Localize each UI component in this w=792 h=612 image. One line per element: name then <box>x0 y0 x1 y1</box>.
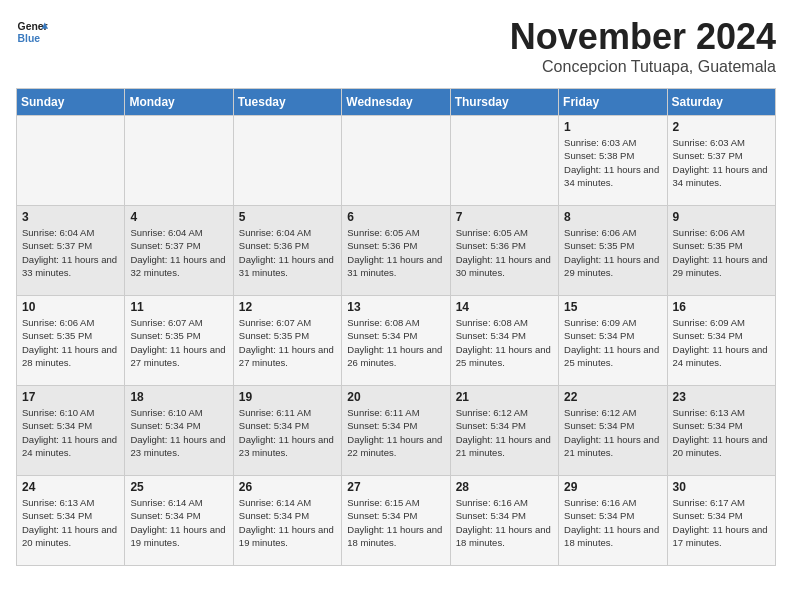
day-info: Sunrise: 6:10 AM Sunset: 5:34 PM Dayligh… <box>22 406 119 459</box>
weekday-header: SundayMondayTuesdayWednesdayThursdayFrid… <box>17 89 776 116</box>
weekday-header-cell: Sunday <box>17 89 125 116</box>
calendar-day-cell: 16Sunrise: 6:09 AM Sunset: 5:34 PM Dayli… <box>667 296 775 386</box>
day-number: 30 <box>673 480 770 494</box>
day-info: Sunrise: 6:13 AM Sunset: 5:34 PM Dayligh… <box>673 406 770 459</box>
location-title: Concepcion Tutuapa, Guatemala <box>510 58 776 76</box>
day-number: 29 <box>564 480 661 494</box>
day-number: 7 <box>456 210 553 224</box>
calendar-day-cell: 6Sunrise: 6:05 AM Sunset: 5:36 PM Daylig… <box>342 206 450 296</box>
day-info: Sunrise: 6:03 AM Sunset: 5:37 PM Dayligh… <box>673 136 770 189</box>
day-info: Sunrise: 6:07 AM Sunset: 5:35 PM Dayligh… <box>130 316 227 369</box>
weekday-header-cell: Saturday <box>667 89 775 116</box>
day-info: Sunrise: 6:08 AM Sunset: 5:34 PM Dayligh… <box>347 316 444 369</box>
calendar-day-cell: 14Sunrise: 6:08 AM Sunset: 5:34 PM Dayli… <box>450 296 558 386</box>
day-number: 28 <box>456 480 553 494</box>
day-info: Sunrise: 6:04 AM Sunset: 5:37 PM Dayligh… <box>22 226 119 279</box>
day-info: Sunrise: 6:09 AM Sunset: 5:34 PM Dayligh… <box>673 316 770 369</box>
day-number: 12 <box>239 300 336 314</box>
day-info: Sunrise: 6:16 AM Sunset: 5:34 PM Dayligh… <box>564 496 661 549</box>
calendar-day-cell: 3Sunrise: 6:04 AM Sunset: 5:37 PM Daylig… <box>17 206 125 296</box>
day-info: Sunrise: 6:13 AM Sunset: 5:34 PM Dayligh… <box>22 496 119 549</box>
weekday-header-cell: Tuesday <box>233 89 341 116</box>
calendar-body: 1Sunrise: 6:03 AM Sunset: 5:38 PM Daylig… <box>17 116 776 566</box>
calendar-day-cell: 2Sunrise: 6:03 AM Sunset: 5:37 PM Daylig… <box>667 116 775 206</box>
logo: General Blue <box>16 16 48 48</box>
calendar-day-cell <box>450 116 558 206</box>
calendar-day-cell: 19Sunrise: 6:11 AM Sunset: 5:34 PM Dayli… <box>233 386 341 476</box>
day-number: 24 <box>22 480 119 494</box>
calendar-day-cell: 7Sunrise: 6:05 AM Sunset: 5:36 PM Daylig… <box>450 206 558 296</box>
day-number: 8 <box>564 210 661 224</box>
calendar-week-row: 24Sunrise: 6:13 AM Sunset: 5:34 PM Dayli… <box>17 476 776 566</box>
day-info: Sunrise: 6:06 AM Sunset: 5:35 PM Dayligh… <box>22 316 119 369</box>
day-info: Sunrise: 6:04 AM Sunset: 5:37 PM Dayligh… <box>130 226 227 279</box>
calendar-day-cell: 25Sunrise: 6:14 AM Sunset: 5:34 PM Dayli… <box>125 476 233 566</box>
day-info: Sunrise: 6:05 AM Sunset: 5:36 PM Dayligh… <box>456 226 553 279</box>
day-number: 6 <box>347 210 444 224</box>
calendar-day-cell: 27Sunrise: 6:15 AM Sunset: 5:34 PM Dayli… <box>342 476 450 566</box>
day-number: 19 <box>239 390 336 404</box>
calendar-day-cell: 26Sunrise: 6:14 AM Sunset: 5:34 PM Dayli… <box>233 476 341 566</box>
day-info: Sunrise: 6:14 AM Sunset: 5:34 PM Dayligh… <box>130 496 227 549</box>
day-number: 27 <box>347 480 444 494</box>
day-number: 15 <box>564 300 661 314</box>
day-number: 17 <box>22 390 119 404</box>
header: General Blue November 2024 Concepcion Tu… <box>16 16 776 76</box>
calendar-week-row: 10Sunrise: 6:06 AM Sunset: 5:35 PM Dayli… <box>17 296 776 386</box>
day-info: Sunrise: 6:04 AM Sunset: 5:36 PM Dayligh… <box>239 226 336 279</box>
calendar-day-cell: 28Sunrise: 6:16 AM Sunset: 5:34 PM Dayli… <box>450 476 558 566</box>
day-number: 20 <box>347 390 444 404</box>
calendar-week-row: 1Sunrise: 6:03 AM Sunset: 5:38 PM Daylig… <box>17 116 776 206</box>
calendar-day-cell: 21Sunrise: 6:12 AM Sunset: 5:34 PM Dayli… <box>450 386 558 476</box>
day-info: Sunrise: 6:03 AM Sunset: 5:38 PM Dayligh… <box>564 136 661 189</box>
day-number: 9 <box>673 210 770 224</box>
calendar-day-cell: 1Sunrise: 6:03 AM Sunset: 5:38 PM Daylig… <box>559 116 667 206</box>
day-info: Sunrise: 6:06 AM Sunset: 5:35 PM Dayligh… <box>564 226 661 279</box>
day-info: Sunrise: 6:08 AM Sunset: 5:34 PM Dayligh… <box>456 316 553 369</box>
day-number: 21 <box>456 390 553 404</box>
calendar-day-cell <box>233 116 341 206</box>
calendar-day-cell: 18Sunrise: 6:10 AM Sunset: 5:34 PM Dayli… <box>125 386 233 476</box>
calendar-week-row: 3Sunrise: 6:04 AM Sunset: 5:37 PM Daylig… <box>17 206 776 296</box>
day-info: Sunrise: 6:12 AM Sunset: 5:34 PM Dayligh… <box>564 406 661 459</box>
day-number: 22 <box>564 390 661 404</box>
calendar-day-cell: 23Sunrise: 6:13 AM Sunset: 5:34 PM Dayli… <box>667 386 775 476</box>
day-number: 14 <box>456 300 553 314</box>
day-info: Sunrise: 6:10 AM Sunset: 5:34 PM Dayligh… <box>130 406 227 459</box>
day-info: Sunrise: 6:17 AM Sunset: 5:34 PM Dayligh… <box>673 496 770 549</box>
day-info: Sunrise: 6:05 AM Sunset: 5:36 PM Dayligh… <box>347 226 444 279</box>
calendar-day-cell: 15Sunrise: 6:09 AM Sunset: 5:34 PM Dayli… <box>559 296 667 386</box>
calendar-day-cell: 9Sunrise: 6:06 AM Sunset: 5:35 PM Daylig… <box>667 206 775 296</box>
weekday-header-cell: Monday <box>125 89 233 116</box>
calendar-day-cell: 30Sunrise: 6:17 AM Sunset: 5:34 PM Dayli… <box>667 476 775 566</box>
calendar-day-cell: 22Sunrise: 6:12 AM Sunset: 5:34 PM Dayli… <box>559 386 667 476</box>
calendar-day-cell: 20Sunrise: 6:11 AM Sunset: 5:34 PM Dayli… <box>342 386 450 476</box>
day-info: Sunrise: 6:09 AM Sunset: 5:34 PM Dayligh… <box>564 316 661 369</box>
day-number: 25 <box>130 480 227 494</box>
calendar-day-cell: 12Sunrise: 6:07 AM Sunset: 5:35 PM Dayli… <box>233 296 341 386</box>
calendar-day-cell: 8Sunrise: 6:06 AM Sunset: 5:35 PM Daylig… <box>559 206 667 296</box>
calendar-day-cell: 24Sunrise: 6:13 AM Sunset: 5:34 PM Dayli… <box>17 476 125 566</box>
day-number: 26 <box>239 480 336 494</box>
day-info: Sunrise: 6:11 AM Sunset: 5:34 PM Dayligh… <box>239 406 336 459</box>
calendar-day-cell: 29Sunrise: 6:16 AM Sunset: 5:34 PM Dayli… <box>559 476 667 566</box>
calendar-day-cell: 17Sunrise: 6:10 AM Sunset: 5:34 PM Dayli… <box>17 386 125 476</box>
title-area: November 2024 Concepcion Tutuapa, Guatem… <box>510 16 776 76</box>
month-title: November 2024 <box>510 16 776 58</box>
calendar-day-cell <box>125 116 233 206</box>
day-number: 18 <box>130 390 227 404</box>
weekday-header-cell: Friday <box>559 89 667 116</box>
day-info: Sunrise: 6:12 AM Sunset: 5:34 PM Dayligh… <box>456 406 553 459</box>
calendar-day-cell: 13Sunrise: 6:08 AM Sunset: 5:34 PM Dayli… <box>342 296 450 386</box>
day-number: 2 <box>673 120 770 134</box>
day-number: 3 <box>22 210 119 224</box>
calendar-day-cell <box>342 116 450 206</box>
logo-icon: General Blue <box>16 16 48 48</box>
calendar-day-cell: 4Sunrise: 6:04 AM Sunset: 5:37 PM Daylig… <box>125 206 233 296</box>
calendar-table: SundayMondayTuesdayWednesdayThursdayFrid… <box>16 88 776 566</box>
day-info: Sunrise: 6:15 AM Sunset: 5:34 PM Dayligh… <box>347 496 444 549</box>
day-info: Sunrise: 6:11 AM Sunset: 5:34 PM Dayligh… <box>347 406 444 459</box>
calendar-day-cell: 11Sunrise: 6:07 AM Sunset: 5:35 PM Dayli… <box>125 296 233 386</box>
weekday-header-cell: Thursday <box>450 89 558 116</box>
weekday-header-cell: Wednesday <box>342 89 450 116</box>
